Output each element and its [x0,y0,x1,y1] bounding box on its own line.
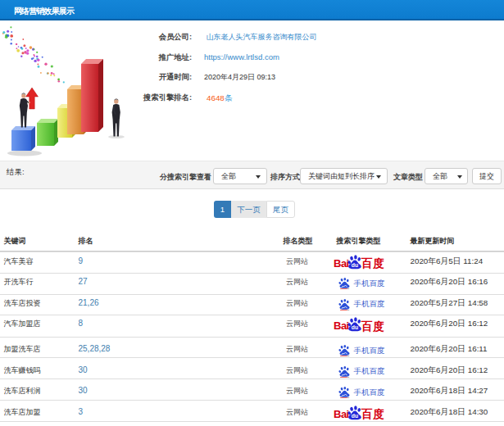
svg-text:du: du [352,413,358,419]
svg-text:du: du [352,324,358,330]
svg-text:du: du [352,262,358,268]
